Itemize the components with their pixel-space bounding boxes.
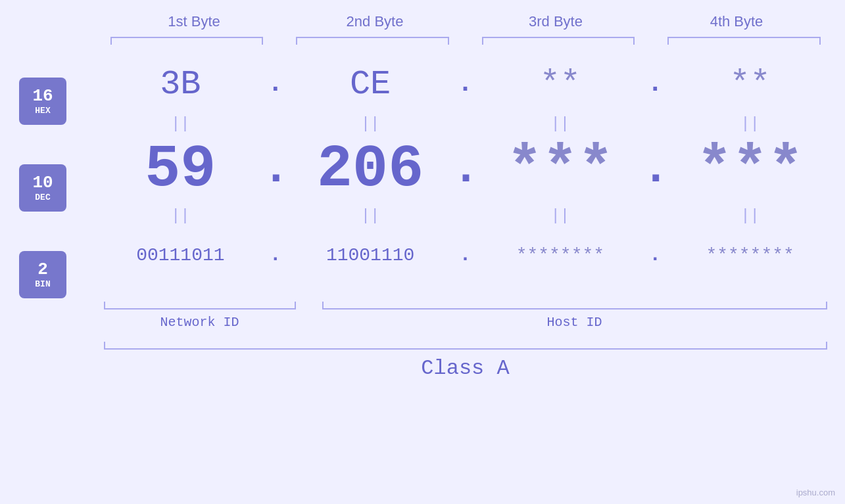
- top-bracket-row: [104, 37, 827, 45]
- bracket-4: [667, 37, 821, 45]
- equals-row-2: || || || ||: [85, 202, 845, 229]
- bin-dot1: .: [262, 229, 289, 281]
- eq8: ||: [668, 207, 832, 225]
- hex-val1: 3B: [99, 65, 262, 104]
- bracket-3: [482, 37, 635, 45]
- bin-val1: 00111011: [99, 245, 262, 265]
- hex-val4: **: [668, 65, 832, 104]
- hex-row: 3B . CE . ** . **: [85, 58, 845, 110]
- bin-val2: 11001110: [289, 245, 452, 265]
- dec-val1: 59: [99, 136, 262, 203]
- class-bracket-line: [104, 342, 827, 350]
- class-bracket: [104, 342, 827, 350]
- dec-badge-label: DEC: [35, 193, 50, 202]
- watermark: ipshu.com: [796, 488, 835, 497]
- hex-dot2: .: [452, 58, 479, 110]
- hex-val2: CE: [289, 65, 452, 104]
- class-label-container: Class A: [104, 356, 827, 380]
- bin-dot3: .: [642, 229, 668, 281]
- hex-dot3: .: [642, 58, 668, 110]
- host-bracket: [322, 302, 827, 309]
- dec-row: 59 . 206 . *** . ***: [85, 137, 845, 202]
- dec-val3: ***: [479, 136, 642, 203]
- bottom-bracket-container: [104, 302, 827, 309]
- dec-val2: 206: [289, 136, 452, 203]
- main-content: 16 HEX 10 DEC 2 BIN 3B . CE: [0, 58, 845, 298]
- hex-badge-num: 16: [32, 87, 53, 106]
- class-label: Class A: [421, 356, 509, 380]
- byte3-header: 3rd Byte: [466, 13, 646, 30]
- bin-row: 00111011 . 11001110 . ******** . *******…: [85, 229, 845, 281]
- bin-val3: ********: [479, 245, 642, 265]
- hex-dot1: .: [262, 58, 289, 110]
- byte-headers: 1st Byte 2nd Byte 3rd Byte 4th Byte: [104, 13, 827, 30]
- byte1-header: 1st Byte: [104, 13, 285, 30]
- eq1: ||: [99, 115, 262, 133]
- byte2-header: 2nd Byte: [285, 13, 466, 30]
- eq4: ||: [668, 115, 832, 133]
- bin-dot2: .: [452, 229, 479, 281]
- bracket-2: [296, 37, 449, 45]
- eq6: ||: [289, 207, 452, 225]
- values-grid: 3B . CE . ** . ** || ||: [85, 58, 845, 281]
- equals-row-1: || || || ||: [85, 110, 845, 137]
- byte4-header: 4th Byte: [646, 13, 827, 30]
- network-bracket: [104, 302, 296, 309]
- eq2: ||: [289, 115, 452, 133]
- id-labels: Network ID Host ID: [104, 315, 827, 330]
- network-id-label: Network ID: [104, 315, 296, 330]
- bin-badge-label: BIN: [35, 279, 50, 289]
- bracket-1: [110, 37, 264, 45]
- dec-dot2: .: [452, 137, 479, 202]
- badges-column: 16 HEX 10 DEC 2 BIN: [0, 58, 85, 298]
- dec-badge: 10 DEC: [19, 164, 66, 212]
- dec-dot3: .: [642, 137, 668, 202]
- host-id-label: Host ID: [322, 315, 827, 330]
- hex-badge: 16 HEX: [19, 78, 66, 125]
- bin-badge-num: 2: [37, 260, 48, 279]
- dec-val4: ***: [668, 136, 832, 203]
- main-container: 1st Byte 2nd Byte 3rd Byte 4th Byte 16 H…: [0, 0, 845, 504]
- bin-badge: 2 BIN: [19, 251, 66, 298]
- eq5: ||: [99, 207, 262, 225]
- dec-dot1: .: [262, 137, 289, 202]
- eq7: ||: [479, 207, 642, 225]
- bin-val4: ********: [668, 245, 832, 265]
- hex-badge-label: HEX: [35, 106, 50, 116]
- dec-badge-num: 10: [32, 173, 53, 193]
- hex-val3: **: [479, 65, 642, 104]
- eq3: ||: [479, 115, 642, 133]
